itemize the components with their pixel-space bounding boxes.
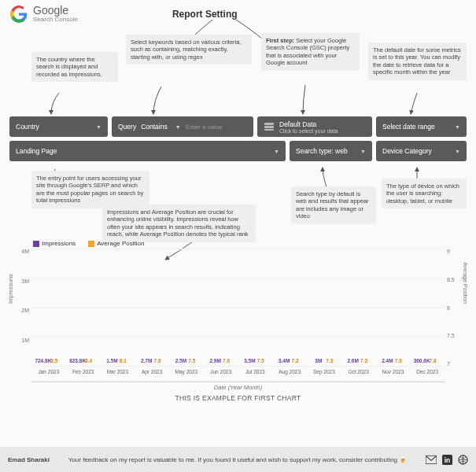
landing-page-dropdown[interactable]: Landing Page▼ — [9, 141, 286, 161]
bottom-annotations: The entry point for users accessing your… — [0, 161, 476, 240]
chevron-down-icon: ▼ — [360, 149, 366, 154]
query-filter[interactable]: Query Contains ▼ — [112, 116, 253, 137]
legend-impressions: Impressions — [33, 240, 76, 247]
svg-text:in: in — [444, 456, 449, 464]
query-value-input[interactable] — [186, 124, 233, 131]
legend-avg-position: Average Position — [88, 240, 144, 247]
chart-container: Impressions Average Position 4M3M2M1M Im… — [0, 240, 476, 402]
page-title: Report Setting — [172, 9, 238, 20]
note-query: Select keywords based on various criteri… — [126, 35, 252, 65]
author-credit: Emad Sharaki — [8, 456, 50, 463]
note-chart: Impressions and Average Position are cru… — [102, 205, 256, 242]
svg-rect-1 — [264, 126, 274, 128]
chevron-down-icon: ▼ — [455, 124, 460, 130]
logo-text: Google Search Console — [33, 5, 78, 23]
note-country: The country where the search is displaye… — [31, 52, 118, 82]
footer-message: Your feedback on my report is valuable t… — [50, 456, 426, 463]
search-type-dropdown[interactable]: Search type: web▼ — [290, 141, 372, 161]
impressions-avgpos-chart: 4M3M2M1M Impressions 724.8K8.5823.8K8.41… — [9, 249, 467, 382]
svg-rect-0 — [264, 123, 274, 125]
linkedin-icon[interactable]: in — [441, 454, 452, 465]
country-dropdown[interactable]: Country▼ — [9, 116, 108, 137]
email-icon[interactable] — [426, 454, 437, 465]
date-range-dropdown[interactable]: Select date range▼ — [376, 116, 467, 137]
note-first-step: First step: First step: Select your Goog… — [261, 33, 360, 71]
mug-icon: 🍺 — [399, 456, 407, 463]
filter-bar: Country▼ Query Contains ▼ Default DataCl… — [0, 116, 476, 161]
note-device: The type of device on which the user is … — [382, 179, 467, 208]
chart-caption: THIS IS EXAMPLE FOR FIRST CHART — [9, 394, 467, 402]
google-logo-icon — [9, 5, 28, 24]
footer: Emad Sharaki Your feedback on my report … — [0, 447, 476, 472]
data-source-selector[interactable]: Default DataClick to select your data — [257, 116, 372, 137]
svg-rect-2 — [264, 129, 274, 131]
top-annotations: The country where the search is displaye… — [0, 28, 476, 116]
header: Google Search Console Report Setting — [0, 0, 476, 28]
chevron-down-icon: ▼ — [175, 124, 181, 130]
chevron-down-icon: ▼ — [96, 124, 101, 130]
chevron-down-icon: ▼ — [455, 149, 460, 154]
globe-icon[interactable] — [457, 454, 468, 465]
y-axis-right: 98.587.57 Average Position — [445, 249, 467, 382]
data-source-icon — [264, 122, 275, 131]
y-axis-left: 4M3M2M1M Impressions — [9, 249, 31, 382]
chart-legend: Impressions Average Position — [33, 240, 467, 247]
note-date: The default date for some metrics is set… — [368, 42, 467, 80]
x-axis-label: Date (Year Month) — [9, 384, 467, 391]
note-landing: The entry point for users accessing your… — [31, 171, 149, 208]
device-category-dropdown[interactable]: Device Category▼ — [376, 141, 467, 161]
note-search-type: Search type by default is web and result… — [291, 186, 376, 224]
chevron-down-icon: ▼ — [274, 149, 279, 154]
